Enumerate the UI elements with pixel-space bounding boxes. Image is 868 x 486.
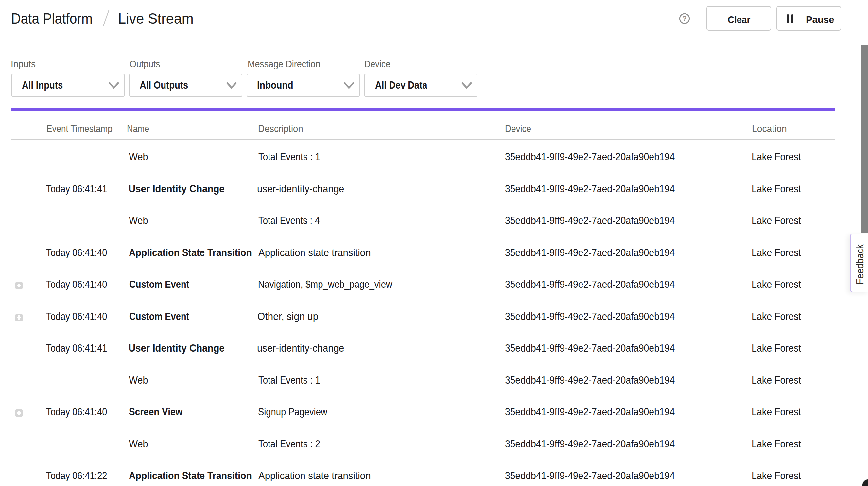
svg-text:?: ? (682, 14, 686, 23)
